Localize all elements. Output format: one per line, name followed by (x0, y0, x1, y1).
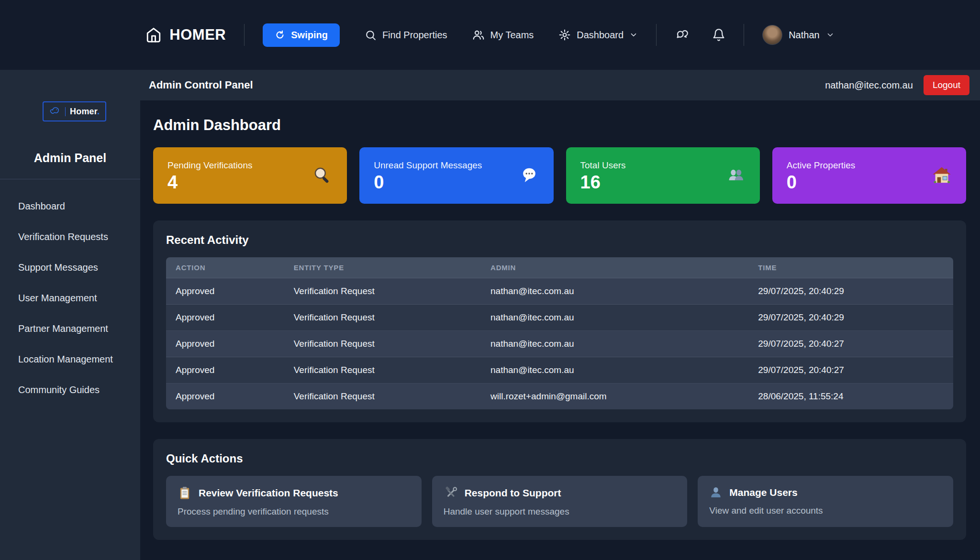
quick-action-manage-users[interactable]: Manage Users View and edit user accounts (698, 476, 953, 527)
stat-card-active-properties: Active Properties 0 (772, 147, 966, 204)
nav-divider (656, 24, 657, 46)
logout-button[interactable]: Logout (924, 75, 969, 95)
bust-icon (709, 486, 723, 499)
admin-header-bar: Admin Control Panel nathan@itec.com.au L… (140, 70, 980, 100)
avatar (762, 25, 782, 45)
quick-action-review-verification-requests[interactable]: Review Verification Requests Process pen… (166, 476, 422, 527)
user-menu[interactable]: Nathan (762, 25, 835, 45)
sidebar-nav: Dashboard Verification Requests Support … (0, 179, 140, 402)
nav-item-my-teams[interactable]: My Teams (472, 29, 534, 41)
cell-admin: nathan@itec.com.au (481, 357, 748, 384)
bell-icon[interactable] (712, 28, 725, 42)
column-header-entity-type: ENTITY TYPE (284, 257, 481, 278)
sidebar-item-community-guides[interactable]: Community Guides (18, 378, 140, 402)
busts-icon (726, 166, 746, 185)
magnifier-icon (312, 165, 333, 186)
sidebar-item-dashboard[interactable]: Dashboard (18, 194, 140, 219)
house-icon (932, 165, 952, 186)
users-icon (472, 29, 485, 41)
quick-actions-section: Quick Actions Review Verification Reques… (153, 439, 966, 540)
sidebar-item-support-messages[interactable]: Support Messages (18, 255, 140, 280)
cell-time: 29/07/2025, 20:40:27 (748, 331, 953, 357)
stat-card-pending-verifications: Pending Verifications 4 (153, 147, 347, 204)
stat-value: 0 (787, 173, 856, 191)
chevron-down-icon (629, 31, 638, 39)
stat-card-unread-support-messages: Unread Support Messages 0 (359, 147, 553, 204)
quick-action-title: Manage Users (729, 487, 797, 498)
sidebar-item-verification-requests[interactable]: Verification Requests (18, 225, 140, 249)
cell-action: Approved (166, 305, 284, 331)
stat-value: 16 (580, 173, 626, 191)
cell-entity-type: Verification Request (284, 357, 481, 384)
nav-item-swiping[interactable]: Swiping (263, 23, 340, 47)
logo-text: Homer. (70, 107, 100, 117)
speech-balloon-icon (519, 165, 539, 186)
cell-action: Approved (166, 331, 284, 357)
hammer-wrench-icon (444, 486, 458, 500)
cell-admin: will.rozet+admin@gmail.com (481, 384, 748, 410)
stat-card-total-users: Total Users 16 (566, 147, 760, 204)
quick-actions-title: Quick Actions (166, 452, 953, 465)
stat-label: Active Properties (787, 160, 856, 171)
cell-action: Approved (166, 278, 284, 305)
column-header-action: ACTION (166, 257, 284, 278)
nav-item-dashboard[interactable]: Dashboard (558, 29, 638, 41)
swipe-icon (275, 30, 285, 40)
home-icon (145, 27, 162, 43)
sidebar: Homer. Admin Panel Dashboard Verificatio… (0, 70, 140, 560)
quick-action-respond-to-support[interactable]: Respond to Support Handle user support m… (432, 476, 688, 527)
logo-divider (65, 107, 66, 116)
cell-time: 29/07/2025, 20:40:29 (748, 305, 953, 331)
stat-value: 4 (167, 173, 252, 191)
cell-entity-type: Verification Request (284, 278, 481, 305)
admin-bar-title: Admin Control Panel (149, 79, 253, 91)
brand[interactable]: HOMER (145, 26, 226, 44)
cell-action: Approved (166, 384, 284, 410)
column-header-time: TIME (748, 257, 953, 278)
chevron-down-icon (826, 31, 835, 39)
recent-activity-title: Recent Activity (166, 233, 953, 247)
admin-email: nathan@itec.com.au (825, 80, 913, 91)
sidebar-item-partner-management[interactable]: Partner Management (18, 317, 140, 341)
cell-entity-type: Verification Request (284, 331, 481, 357)
table-header-row: ACTION ENTITY TYPE ADMIN TIME (166, 257, 953, 278)
stat-label: Unread Support Messages (374, 160, 482, 171)
sidebar-logo[interactable]: Homer. (43, 101, 106, 121)
nav-divider (244, 24, 245, 46)
quick-action-subtitle: Process pending verification requests (178, 506, 410, 517)
brand-title: HOMER (169, 26, 226, 44)
stat-label: Pending Verifications (167, 160, 252, 171)
nav-item-find-properties[interactable]: Find Properties (365, 29, 447, 41)
primary-nav: Swiping Find Properties My Teams Dashboa… (263, 23, 638, 47)
recent-activity-section: Recent Activity ACTION ENTITY TYPE ADMIN… (153, 220, 966, 422)
stat-value: 0 (374, 173, 482, 191)
column-header-admin: ADMIN (481, 257, 748, 278)
table-row: Approved Verification Request nathan@ite… (166, 331, 953, 357)
nav-item-label: Swiping (291, 30, 328, 41)
table-row: Approved Verification Request nathan@ite… (166, 305, 953, 331)
sidebar-item-user-management[interactable]: User Management (18, 286, 140, 310)
cell-entity-type: Verification Request (284, 305, 481, 331)
quick-actions-grid: Review Verification Requests Process pen… (166, 476, 953, 527)
homer-dog-icon (49, 106, 61, 117)
sidebar-title: Admin Panel (0, 151, 140, 165)
user-name: Nathan (789, 30, 820, 41)
nav-item-label: Dashboard (577, 30, 624, 41)
table-row: Approved Verification Request will.rozet… (166, 384, 953, 410)
cell-time: 29/07/2025, 20:40:29 (748, 278, 953, 305)
search-icon (365, 29, 377, 41)
cell-admin: nathan@itec.com.au (481, 331, 748, 357)
nav-item-label: My Teams (490, 30, 534, 41)
quick-action-subtitle: Handle user support messages (444, 506, 676, 517)
sidebar-item-location-management[interactable]: Location Management (18, 347, 140, 372)
table-row: Approved Verification Request nathan@ite… (166, 357, 953, 384)
quick-action-title: Review Verification Requests (199, 487, 338, 499)
nav-item-label: Find Properties (382, 30, 447, 41)
chat-icon[interactable] (675, 28, 689, 42)
nav-divider (744, 24, 744, 46)
recent-activity-table: ACTION ENTITY TYPE ADMIN TIME Approved V… (166, 257, 953, 409)
cell-admin: nathan@itec.com.au (481, 305, 748, 331)
main-content: Admin Dashboard Pending Verifications 4 … (140, 100, 980, 560)
gear-icon (558, 29, 571, 41)
stat-cards: Pending Verifications 4 Unread Support M… (153, 147, 966, 204)
